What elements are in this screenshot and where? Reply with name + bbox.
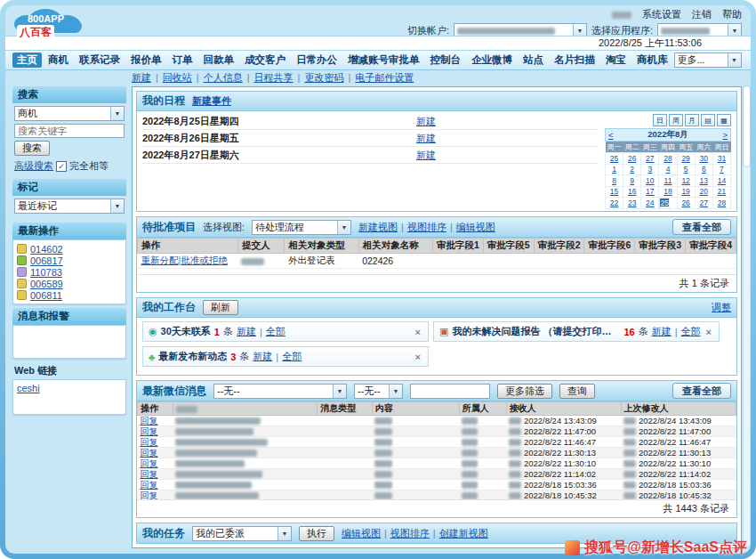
recent-item-link[interactable]: 006589 [30, 279, 63, 289]
nav-tab[interactable]: 主页 [12, 53, 42, 68]
query-button[interactable]: 查询 [559, 384, 595, 399]
schedule-new-link[interactable]: 新建 [416, 149, 436, 162]
wechat-search-input[interactable] [410, 384, 490, 399]
calendar-day[interactable]: 12 [681, 176, 689, 185]
calendar-view-button[interactable]: 月 [685, 114, 699, 126]
wechat-view-all-button[interactable]: 查看全部 [672, 383, 731, 399]
calendar-day[interactable]: 26 [628, 154, 636, 163]
refresh-button[interactable]: 刷新 [203, 300, 238, 315]
calendar-day[interactable]: 18 [664, 187, 672, 196]
scrollbar-thumb[interactable] [744, 86, 750, 166]
approval-view-select[interactable]: 待处理流程▼ [252, 220, 351, 235]
recent-tags-select[interactable]: 最近标记▼ [14, 198, 125, 214]
calendar-day[interactable]: 16 [628, 187, 636, 196]
card-all-link[interactable]: 全部 [681, 325, 701, 338]
calendar-day[interactable]: 13 [700, 176, 708, 185]
calendar-day[interactable]: 23 [628, 198, 636, 207]
reply-link[interactable]: 回复 [141, 448, 158, 458]
nav-tab[interactable]: 报价单 [126, 53, 166, 68]
nav-tab[interactable]: 联系记录 [75, 53, 125, 68]
calendar-day[interactable]: 4 [666, 165, 671, 174]
calendar-day[interactable]: 9 [630, 176, 634, 185]
vertical-scrollbar[interactable] [744, 86, 750, 547]
subnav-link[interactable]: 新建 [132, 71, 151, 85]
calendar-day[interactable]: 14 [718, 176, 726, 185]
nav-tab[interactable]: 回款单 [199, 53, 239, 68]
nav-tab[interactable]: 商机 [44, 53, 73, 68]
recent-item-link[interactable]: 006817 [30, 255, 63, 266]
calendar-day[interactable]: 6 [702, 165, 706, 174]
approval-action-link[interactable]: 批准或拒绝 [181, 255, 228, 265]
close-icon[interactable]: × [414, 352, 422, 362]
subnav-link[interactable]: 回收站 [163, 71, 192, 85]
nav-tab[interactable]: 淘宝 [601, 53, 631, 68]
reply-link[interactable]: 回复 [141, 469, 158, 479]
advanced-search-link[interactable]: 高级搜索 [14, 159, 53, 173]
more-tabs-select[interactable]: 更多...▼ [674, 53, 742, 68]
calendar-day[interactable]: 1 [612, 165, 616, 174]
header-link[interactable]: 系统设置 [642, 8, 681, 21]
calendar-day[interactable]: 26 [681, 198, 689, 207]
schedule-new-link[interactable]: 新建 [416, 132, 436, 145]
calendar-day[interactable]: 27 [646, 154, 654, 163]
calendar-day[interactable]: 27 [700, 198, 708, 207]
recent-item-link[interactable]: 014602 [30, 244, 63, 255]
card-new-link[interactable]: 新建 [237, 325, 256, 338]
nav-tab[interactable]: 订单 [168, 53, 197, 68]
calendar-day[interactable]: 11 [664, 176, 672, 185]
calendar-prev-button[interactable]: < [608, 130, 614, 140]
header-link[interactable]: 帮助 [722, 8, 742, 21]
nav-tab[interactable]: 增减账号审批单 [343, 53, 424, 68]
close-icon[interactable]: × [704, 327, 713, 337]
calendar-day[interactable]: 7 [720, 165, 724, 174]
calendar-day[interactable]: 17 [646, 187, 654, 196]
schedule-new-link[interactable]: 新建 [416, 115, 436, 128]
close-icon[interactable]: × [414, 327, 422, 337]
search-object-select[interactable]: 商机▼ [14, 106, 125, 121]
calendar-day[interactable]: 3 [647, 165, 652, 174]
recent-item-link[interactable]: 006811 [30, 290, 62, 301]
nav-tab[interactable]: 控制台 [426, 53, 466, 68]
more-filter-button[interactable]: 更多筛选 [497, 384, 552, 399]
view-action-link[interactable]: 创建新视图 [439, 527, 488, 540]
nav-tab[interactable]: 站点 [519, 53, 548, 68]
calendar-day[interactable]: 28 [718, 198, 726, 207]
reply-link[interactable]: 回复 [141, 458, 158, 468]
card-all-link[interactable]: 全部 [282, 350, 302, 363]
nav-tab[interactable]: 日常办公 [292, 53, 342, 68]
calendar-day[interactable]: 31 [718, 154, 726, 163]
approval-view-all-button[interactable]: 查看全部 [672, 219, 731, 235]
card-new-link[interactable]: 新建 [253, 350, 272, 363]
exact-match-checkbox[interactable] [56, 161, 67, 172]
reply-link[interactable]: 回复 [141, 480, 158, 490]
subnav-link[interactable]: 更改密码 [304, 71, 343, 85]
calendar-day[interactable]: 24 [646, 198, 654, 207]
calendar-day[interactable]: 21 [718, 187, 726, 196]
subnav-link[interactable]: 电子邮件设置 [355, 71, 414, 85]
subnav-link[interactable]: 个人信息 [204, 71, 243, 85]
nav-tab[interactable]: 成交客户 [240, 53, 290, 68]
view-action-link[interactable]: 视图排序 [390, 527, 430, 540]
view-action-link[interactable]: 视图排序 [407, 221, 446, 234]
wechat-filter2-select[interactable]: --无--▼ [354, 384, 403, 399]
wechat-filter1-select[interactable]: --无--▼ [213, 384, 347, 399]
calendar-day[interactable]: 19 [681, 187, 689, 196]
calendar-day[interactable]: 30 [700, 154, 708, 163]
reply-link[interactable]: 回复 [141, 490, 158, 499]
web-link[interactable]: ceshi [17, 383, 40, 393]
card-new-link[interactable]: 新建 [652, 325, 672, 338]
calendar-day[interactable]: 25 [660, 198, 668, 207]
view-action-link[interactable]: 编辑视图 [456, 221, 495, 234]
calendar-view-button[interactable]: 周 [669, 114, 683, 126]
calendar-next-button[interactable]: > [722, 130, 728, 140]
calendar-day[interactable]: 8 [612, 176, 616, 185]
calendar-day[interactable]: 25 [610, 154, 618, 163]
subnav-link[interactable]: 日程共享 [254, 71, 294, 85]
card-all-link[interactable]: 全部 [266, 325, 286, 338]
search-input[interactable] [14, 124, 125, 138]
view-action-link[interactable]: 新建视图 [358, 221, 398, 234]
recent-item-link[interactable]: 110783 [30, 267, 62, 278]
nav-tab[interactable]: 名片扫描 [550, 53, 599, 68]
reply-link[interactable]: 回复 [141, 426, 158, 436]
view-action-link[interactable]: 编辑视图 [342, 527, 381, 540]
